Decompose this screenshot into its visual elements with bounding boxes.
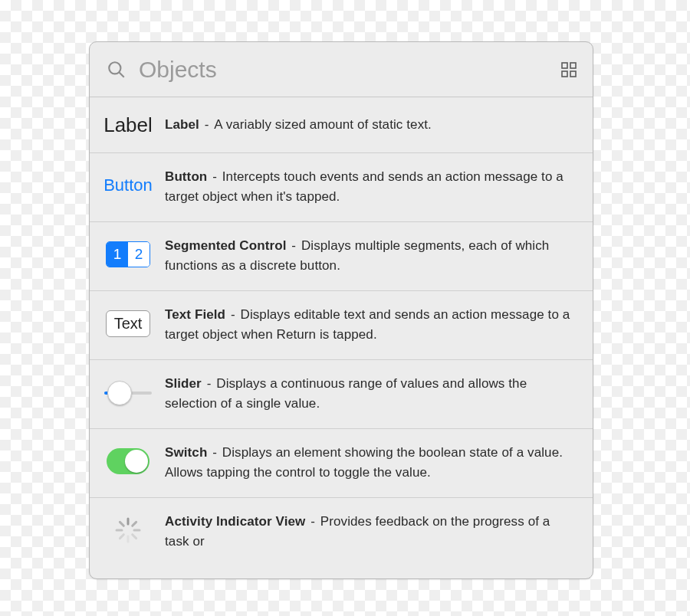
object-row-switch[interactable]: Switch - Displays an element showing the… <box>90 429 593 498</box>
object-row-slider[interactable]: Slider - Displays a continuous range of … <box>90 360 593 429</box>
object-meta: Segmented Control - Displays multiple se… <box>156 236 577 275</box>
object-name: Activity Indicator View <box>165 514 305 529</box>
thumb-label-text: Label <box>104 113 153 137</box>
thumb-text-field: Text <box>100 305 156 342</box>
object-name: Button <box>165 169 207 184</box>
svg-line-7 <box>133 522 136 526</box>
object-row-text-field[interactable]: Text Text Field - Displays editable text… <box>90 291 593 360</box>
thumb-segmented: 1 2 <box>100 236 156 273</box>
object-desc: Displays a continuous range of values an… <box>165 376 527 411</box>
svg-point-0 <box>109 62 120 74</box>
svg-line-1 <box>119 72 123 77</box>
svg-line-9 <box>133 535 136 539</box>
object-row-activity-indicator[interactable]: Activity Indicator View - Provides feedb… <box>90 498 593 567</box>
object-desc: Intercepts touch events and sends an act… <box>165 169 564 204</box>
svg-rect-5 <box>570 71 576 77</box>
slider-icon <box>104 380 152 405</box>
segment-1: 1 <box>107 242 128 267</box>
segmented-control-icon: 1 2 <box>106 241 150 267</box>
search-field[interactable] <box>107 56 551 84</box>
svg-rect-2 <box>562 63 567 68</box>
thumb-button-text: Button <box>104 175 153 195</box>
segment-2: 2 <box>128 242 150 267</box>
object-row-button[interactable]: Button Button - Intercepts touch events … <box>90 153 593 222</box>
object-desc: A variably sized amount of static text. <box>214 115 432 135</box>
grid-view-icon[interactable] <box>560 61 577 78</box>
object-list[interactable]: Label Label - A variably sized amount of… <box>90 97 593 578</box>
object-desc: Displays an element showing the boolean … <box>165 445 563 480</box>
svg-rect-3 <box>570 63 576 68</box>
search-input[interactable] <box>137 56 551 84</box>
activity-indicator-icon <box>113 516 143 545</box>
switch-icon <box>107 448 150 474</box>
object-meta: Label - A variably sized amount of stati… <box>156 115 577 135</box>
search-icon <box>107 60 127 80</box>
object-name: Segmented Control <box>165 238 287 253</box>
object-meta: Text Field - Displays editable text and … <box>156 305 577 344</box>
object-meta: Button - Intercepts touch events and sen… <box>156 167 577 206</box>
object-meta: Activity Indicator View - Provides feedb… <box>156 512 577 551</box>
object-library-panel: Label Label - A variably sized amount of… <box>89 41 593 579</box>
thumb-label: Label <box>100 106 156 143</box>
object-meta: Switch - Displays an element showing the… <box>156 443 577 482</box>
object-name: Label <box>165 115 199 135</box>
object-name: Slider <box>165 376 202 391</box>
thumb-switch <box>100 443 156 480</box>
text-field-sample: Text <box>114 315 143 332</box>
thumb-slider <box>100 374 156 411</box>
object-name: Text Field <box>165 307 225 322</box>
svg-line-13 <box>120 522 123 526</box>
svg-line-11 <box>120 535 123 539</box>
object-name: Switch <box>165 445 207 460</box>
object-meta: Slider - Displays a continuous range of … <box>156 374 577 413</box>
thumb-button: Button <box>100 167 156 204</box>
object-row-label[interactable]: Label Label - A variably sized amount of… <box>90 97 593 153</box>
text-field-icon: Text <box>106 310 151 337</box>
object-library-header <box>90 42 593 97</box>
thumb-activity-indicator <box>100 512 156 549</box>
svg-rect-4 <box>562 71 567 77</box>
object-row-segmented-control[interactable]: 1 2 Segmented Control - Displays multipl… <box>90 222 593 291</box>
